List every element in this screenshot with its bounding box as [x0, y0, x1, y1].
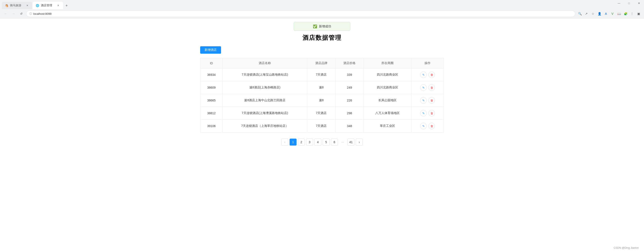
cell-area: 长风公园地区 [364, 94, 411, 107]
cell-actions: ✎ 🗑 [412, 120, 444, 132]
delete-button[interactable]: 🗑 [428, 84, 435, 91]
tab-horse-travel-close[interactable]: ✕ [25, 3, 29, 7]
action-buttons: ✎ 🗑 [414, 71, 441, 78]
page-btn-3[interactable]: 3 [306, 139, 313, 145]
delete-icon: 🗑 [430, 99, 433, 102]
table-row: 39106 7天连锁酒店（上海莘庄地铁站店） 7天酒店 348 莘庄工业区 ✎ … [200, 120, 444, 132]
next-page-button[interactable]: › [356, 139, 363, 145]
col-area: 所在商圈 [364, 58, 411, 68]
tab-hotel-management[interactable]: 🌐 酒店管理 ✕ [33, 2, 63, 9]
cell-area: 四川北路商业区 [364, 68, 411, 81]
action-buttons: ✎ 🗑 [414, 84, 441, 91]
table-row: 36934 7天连锁酒店(上海宝山路地铁站店) 7天酒店 339 四川北路商业区… [200, 68, 444, 81]
table-header: ID 酒店名称 酒店品牌 酒店价格 所在商圈 操作 [200, 58, 444, 68]
delete-button[interactable]: 🗑 [428, 71, 435, 78]
table-row: 38812 7天连锁酒店(上海漕溪路地铁站店) 7天酒店 298 八万人体育场地… [200, 107, 444, 120]
close-button[interactable]: ✕ [634, 0, 644, 6]
cell-name: 7天连锁酒店（上海莘庄地铁站店） [222, 120, 307, 132]
cell-id: 38812 [200, 107, 222, 120]
menu-icon[interactable]: ⋮ [629, 11, 635, 16]
cell-id: 38609 [200, 81, 222, 94]
table-row: 38665 速8酒店上海中山北路兰田路店 速8 226 长风公园地区 ✎ 🗑 [200, 94, 444, 107]
delete-icon: 🗑 [430, 73, 433, 76]
table-body: 36934 7天连锁酒店(上海宝山路地铁站店) 7天酒店 339 四川北路商业区… [200, 68, 444, 132]
page-btn-4[interactable]: 4 [314, 139, 321, 145]
delete-button[interactable]: 🗑 [428, 123, 435, 129]
tab-hotel-close[interactable]: ✕ [56, 3, 60, 7]
url-text: localhost:8099 [33, 12, 52, 15]
prev-page-button[interactable]: ‹ [281, 139, 288, 145]
cell-actions: ✎ 🗑 [412, 68, 444, 81]
edit-icon: ✎ [422, 86, 425, 89]
secure-icon: ⓘ [29, 12, 32, 16]
cell-brand: 速8 [307, 81, 336, 94]
window-controls: — □ ✕ [614, 0, 644, 6]
main-container: 新增酒店 ID 酒店名称 酒店品牌 酒店价格 所在商圈 操作 36934 7天连… [192, 46, 452, 154]
edit-icon: ✎ [422, 112, 425, 115]
edit-icon: ✎ [422, 99, 425, 102]
ext-book-icon[interactable]: 📖 [616, 11, 622, 16]
col-price: 酒店价格 [335, 58, 364, 68]
tab-hotel-label: 酒店管理 [41, 3, 52, 7]
tab-horse-travel[interactable]: 🐴 骑马旅游 ✕ [2, 2, 32, 9]
table-header-row: ID 酒店名称 酒店品牌 酒店价格 所在商圈 操作 [200, 58, 444, 68]
share-icon[interactable]: ↗ [584, 11, 589, 16]
refresh-button[interactable]: ↺ [18, 11, 24, 17]
table-row: 38609 速8酒店(上海赤峰路店) 速8 249 四川北路商业区 ✎ 🗑 [200, 81, 444, 94]
page-btn-last[interactable]: 41 [348, 139, 354, 145]
profile-icon[interactable]: 👤 [596, 11, 602, 16]
cell-name: 7天连锁酒店(上海漕溪路地铁站店) [222, 107, 307, 120]
delete-icon: 🗑 [430, 86, 433, 89]
ext-puzzle-icon[interactable]: 🧩 [623, 11, 628, 16]
action-buttons: ✎ 🗑 [414, 97, 441, 104]
ext-v-icon[interactable]: V [610, 11, 615, 16]
minimize-button[interactable]: — [614, 0, 624, 6]
cell-price: 249 [335, 81, 364, 94]
edit-button[interactable]: ✎ [420, 123, 427, 129]
cell-price: 339 [335, 68, 364, 81]
browser-chrome: 🐴 骑马旅游 ✕ 🌐 酒店管理 ✕ + ← → ↺ ⓘ localhost:80… [0, 0, 644, 18]
forward-button[interactable]: → [10, 11, 16, 17]
back-button[interactable]: ← [2, 11, 9, 17]
edit-button[interactable]: ✎ [420, 110, 427, 117]
tab-horse-travel-icon: 🐴 [5, 4, 8, 7]
page-btn-2[interactable]: 2 [298, 139, 305, 145]
notification-text: 新增成功 [319, 24, 331, 28]
cell-name: 速8酒店(上海赤峰路店) [222, 81, 307, 94]
translate-icon[interactable]: A [603, 11, 609, 16]
edit-button[interactable]: ✎ [420, 97, 427, 104]
add-hotel-button[interactable]: 新增酒店 [200, 46, 221, 54]
action-buttons: ✎ 🗑 [414, 110, 441, 117]
cell-brand: 7天酒店 [307, 120, 336, 132]
success-icon: ✅ [313, 24, 317, 28]
cell-name: 7天连锁酒店(上海宝山路地铁站店) [222, 68, 307, 81]
cell-area: 莘庄工业区 [364, 120, 411, 132]
page-content: ✅ 新增成功 酒店数据管理 新增酒店 ID 酒店名称 酒店品牌 酒店价格 所在商… [0, 18, 644, 154]
edit-button[interactable]: ✎ [420, 71, 427, 78]
col-id: ID [200, 58, 222, 68]
cell-area: 八万人体育场地区 [364, 107, 411, 120]
page-btn-1[interactable]: 1 [290, 139, 296, 145]
cell-name: 速8酒店上海中山北路兰田路店 [222, 94, 307, 107]
cell-area: 四川北路商业区 [364, 81, 411, 94]
search-icon[interactable]: 🔍 [577, 11, 583, 16]
action-buttons: ✎ 🗑 [414, 123, 441, 129]
cell-actions: ✎ 🗑 [412, 94, 444, 107]
sidebar-toggle-icon[interactable]: ▣ [636, 11, 642, 16]
delete-button[interactable]: 🗑 [428, 97, 435, 104]
cell-brand: 7天酒店 [307, 107, 336, 120]
cell-price: 298 [335, 107, 364, 120]
page-btn-6[interactable]: 6 [331, 139, 338, 145]
page-btn-5[interactable]: 5 [323, 139, 330, 145]
col-brand: 酒店品牌 [307, 58, 336, 68]
address-bar-row: ← → ↺ ⓘ localhost:8099 🔍 ↗ ☆ 👤 A V 📖 🧩 ⋮… [0, 9, 644, 18]
delete-button[interactable]: 🗑 [428, 110, 435, 117]
pagination: ‹ 1 2 3 4 5 6 ··· 41 › [200, 139, 444, 145]
new-tab-button[interactable]: + [64, 2, 70, 9]
success-notification: ✅ 新增成功 [294, 22, 350, 31]
edit-icon: ✎ [422, 73, 425, 76]
maximize-button[interactable]: □ [624, 0, 634, 6]
edit-button[interactable]: ✎ [420, 84, 427, 91]
address-bar[interactable]: ⓘ localhost:8099 [26, 10, 575, 17]
bookmark-icon[interactable]: ☆ [590, 11, 596, 16]
